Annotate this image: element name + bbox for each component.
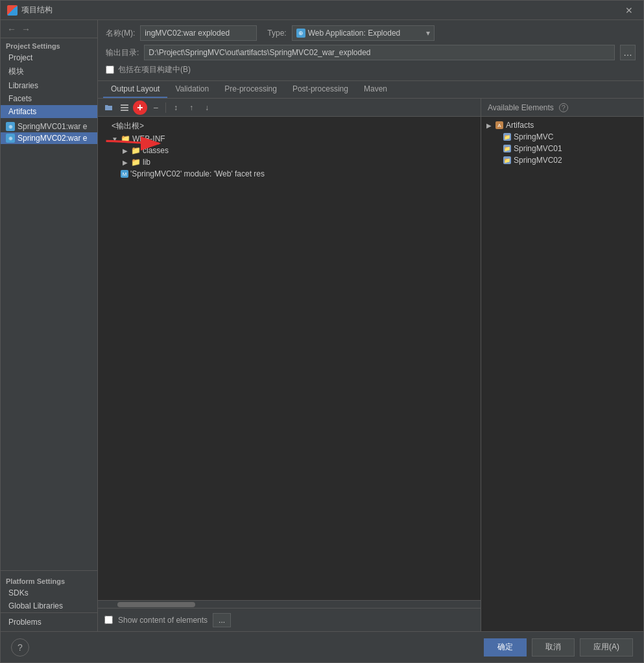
sidebar-item-libraries-label: Libraries	[8, 81, 38, 90]
svg-rect-2	[121, 110, 128, 111]
app-icon	[7, 5, 18, 16]
sidebar: ← → Project Settings Project 模块 Librarie…	[1, 20, 98, 631]
sidebar-item-project[interactable]: Project	[1, 51, 97, 64]
output-path-input[interactable]	[144, 45, 615, 60]
sort-toolbar-btn[interactable]: ↕	[169, 101, 183, 115]
browse-button[interactable]: …	[620, 45, 636, 60]
ok-button[interactable]: 确定	[484, 638, 527, 657]
module-label: 'SpringMVC02' module: 'Web' facet res	[130, 169, 265, 178]
webinf-toggle-icon: ▼	[111, 135, 119, 143]
tree-item-root[interactable]: <输出根>	[98, 119, 481, 133]
up-toolbar-btn[interactable]: ↑	[184, 101, 198, 115]
tab-maven[interactable]: Maven	[356, 81, 395, 98]
tree-content: <输出根> ▼ 📁 WEB-INF ▶ 📁 classes	[98, 117, 481, 600]
bottom-bar: ? 确定 取消 应用(A)	[1, 631, 643, 662]
tab-pre-processing[interactable]: Pre-processing	[217, 81, 285, 98]
artifact-label-1: SpringMVC01:war e	[18, 122, 87, 131]
lib-toggle-icon: ▶	[121, 158, 129, 166]
artifact-list: ⊕ SpringMVC01:war e ⊕ SpringMVC02:war e	[1, 118, 97, 568]
avail-item-springmvc02[interactable]: 📁 SpringMVC02	[481, 154, 643, 166]
close-button[interactable]: ✕	[621, 4, 637, 17]
platform-settings-label: Platform Settings	[1, 573, 97, 586]
output-layout-area: + − ↕ ↑ ↓	[98, 99, 643, 631]
sidebar-item-global-libraries[interactable]: Global Libraries	[1, 599, 97, 612]
sidebar-item-problems[interactable]: Problems	[1, 616, 97, 629]
include-checkbox-row: 包括在项目构建中(B)	[106, 64, 636, 75]
apply-button[interactable]: 应用(A)	[580, 638, 633, 657]
tab-output-layout[interactable]: Output Layout	[103, 81, 167, 98]
cancel-button[interactable]: 取消	[532, 638, 575, 657]
dropdown-arrow-icon: ▾	[426, 29, 430, 38]
springmvc02-folder-icon: 📁	[503, 156, 511, 164]
help-circle-icon[interactable]: ?	[559, 103, 568, 112]
avail-header: Available Elements ?	[481, 99, 643, 117]
artifacts-icon: A	[495, 121, 503, 129]
include-in-build-checkbox[interactable]	[106, 66, 114, 74]
tree-scrollbar[interactable]	[98, 600, 481, 608]
name-label: 名称(M):	[106, 28, 135, 39]
back-arrow[interactable]: ←	[6, 24, 18, 34]
web-app-icon: ⊕	[296, 29, 305, 38]
type-select[interactable]: ⊕ Web Application: Exploded ▾	[292, 25, 435, 41]
add-toolbar-btn[interactable]: +	[133, 101, 147, 115]
name-type-row: 名称(M): Type: ⊕ Web Application: Exploded…	[106, 25, 636, 41]
sidebar-item-artifacts[interactable]: Artifacts	[1, 105, 97, 118]
sidebar-item-sdks-label: SDKs	[8, 588, 29, 597]
tree-item-lib[interactable]: ▶ 📁 lib	[98, 156, 481, 168]
available-elements-panel: Available Elements ? ▶ A Artifacts	[481, 99, 643, 631]
tab-post-processing[interactable]: Post-processing	[285, 81, 356, 98]
svg-rect-0	[121, 104, 128, 106]
tree-item-webinf[interactable]: ▼ 📁 WEB-INF	[98, 133, 481, 145]
output-tree-panel: + − ↕ ↑ ↓	[98, 99, 481, 631]
avail-springmvc-label: SpringMVC	[514, 132, 553, 141]
sidebar-item-modules[interactable]: 模块	[1, 64, 97, 79]
remove-toolbar-btn[interactable]: −	[149, 101, 163, 115]
classes-label: classes	[143, 146, 169, 155]
show-content-checkbox[interactable]	[104, 616, 113, 624]
avail-springmvc02-label: SpringMVC02	[514, 156, 562, 165]
folder-toolbar-btn[interactable]	[102, 101, 116, 115]
avail-tree: ▶ A Artifacts 📁 SpringMVC	[481, 117, 643, 631]
sidebar-item-global-libraries-label: Global Libraries	[8, 601, 63, 610]
problems-label: Problems	[8, 618, 42, 627]
dots-button[interactable]: ...	[213, 613, 231, 627]
svg-rect-1	[121, 107, 128, 108]
tree-item-classes[interactable]: ▶ 📁 classes	[98, 145, 481, 156]
show-content-bar: Show content of elements ...	[98, 608, 481, 631]
toolbar-sep-1	[165, 102, 166, 113]
module-toggle-icon	[111, 170, 119, 178]
tabs-bar: Output Layout Validation Pre-processing …	[98, 81, 643, 99]
form-area: 名称(M): Type: ⊕ Web Application: Exploded…	[98, 20, 643, 81]
main-content: ← → Project Settings Project 模块 Librarie…	[1, 20, 643, 631]
avail-artifacts-label: Artifacts	[506, 121, 534, 130]
tree-item-module[interactable]: M 'SpringMVC02' module: 'Web' facet res	[98, 168, 481, 180]
sidebar-bottom: Problems	[1, 612, 97, 631]
avail-item-artifacts[interactable]: ▶ A Artifacts	[481, 119, 643, 131]
artifact-label-2: SpringMVC02:war e	[18, 134, 87, 143]
help-button[interactable]: ?	[11, 638, 29, 657]
avail-item-springmvc[interactable]: 📁 SpringMVC	[481, 131, 643, 143]
webinf-label: WEB-INF	[132, 134, 165, 143]
show-content-label: Show content of elements	[118, 616, 208, 625]
main-panel: 名称(M): Type: ⊕ Web Application: Exploded…	[98, 20, 643, 631]
forward-arrow[interactable]: →	[20, 24, 32, 34]
artifact-item-springmvc02[interactable]: ⊕ SpringMVC02:war e	[1, 132, 97, 144]
layout-toolbar-btn[interactable]	[117, 101, 132, 115]
window-title: 项目结构	[21, 5, 621, 16]
name-input[interactable]	[140, 25, 257, 41]
web-icon-1: ⊕	[6, 122, 15, 131]
sidebar-item-artifacts-label: Artifacts	[8, 107, 36, 116]
tree-scroll-thumb[interactable]	[117, 602, 195, 607]
classes-folder-icon: 📁	[131, 146, 141, 155]
sidebar-item-sdks[interactable]: SDKs	[1, 586, 97, 599]
sidebar-item-facets[interactable]: Facets	[1, 92, 97, 105]
avail-item-springmvc01[interactable]: 📁 SpringMVC01	[481, 143, 643, 154]
sidebar-item-libraries[interactable]: Libraries	[1, 79, 97, 92]
artifacts-expand-icon: ▶	[486, 122, 493, 129]
tab-validation[interactable]: Validation	[167, 81, 217, 98]
project-settings-label: Project Settings	[1, 38, 97, 51]
springmvc-folder-icon: 📁	[503, 133, 511, 141]
down-toolbar-btn[interactable]: ↓	[200, 101, 214, 115]
type-select-value: Web Application: Exploded	[308, 29, 401, 38]
artifact-item-springmvc01[interactable]: ⊕ SpringMVC01:war e	[1, 121, 97, 132]
